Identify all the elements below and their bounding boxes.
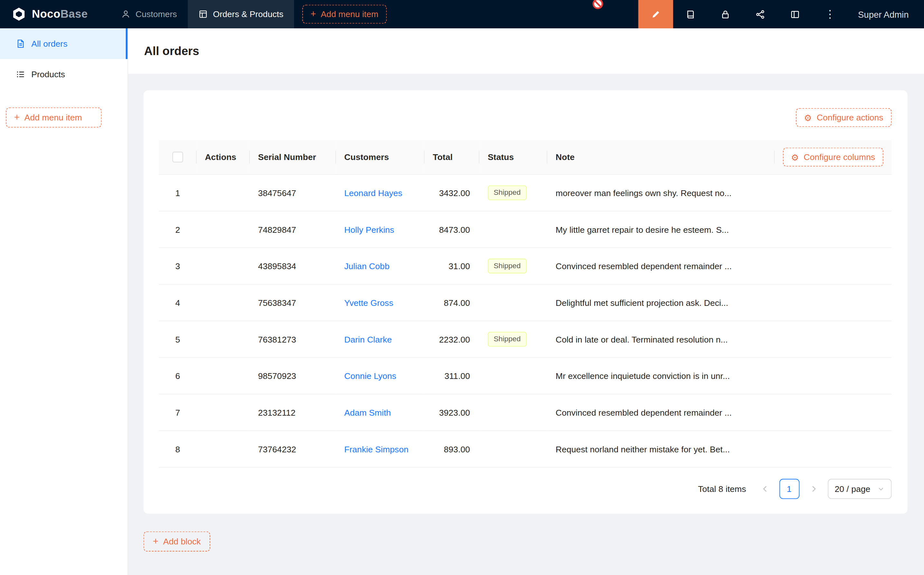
status-badge: Shipped <box>488 332 527 346</box>
row-actions-cell <box>197 321 250 358</box>
row-actions-cell <box>197 431 250 467</box>
page-number-button[interactable]: 1 <box>779 479 799 499</box>
order-note: Cold in late or deal. Terminated resolut… <box>556 335 728 344</box>
page-size-select[interactable]: 20 / page <box>827 479 891 499</box>
row-index: 4 <box>175 298 180 307</box>
order-total: 311.00 <box>444 371 470 381</box>
topbar-add-menu-item-button[interactable]: + Add menu item <box>302 5 387 24</box>
row-actions-cell <box>197 284 250 321</box>
column-header-customers: Customers <box>336 140 425 175</box>
serial-number: 75638347 <box>258 298 296 307</box>
topbar: NocoBase Customers O <box>0 0 924 28</box>
row-actions-cell <box>197 357 250 394</box>
chevron-down-icon <box>877 486 884 492</box>
row-index: 8 <box>175 444 180 454</box>
row-index: 3 <box>175 261 180 271</box>
list-icon <box>16 70 25 79</box>
table-row: 3 43895834 Julian Cobb 31.00 Shipped Con… <box>159 248 891 284</box>
ui-editor-button[interactable] <box>638 0 673 28</box>
configure-actions-button[interactable]: ⚙ Configure actions <box>796 108 892 127</box>
orders-table: Actions Serial Number Customers Total St… <box>159 140 891 468</box>
pen-icon <box>651 9 660 19</box>
gear-icon: ⚙ <box>791 152 799 162</box>
order-total: 31.00 <box>448 261 470 271</box>
sidebar-item-all-orders[interactable]: All orders <box>0 28 127 59</box>
customer-link[interactable]: Frankie Simpson <box>344 444 408 454</box>
user-menu[interactable]: Super Admin <box>847 0 924 28</box>
serial-number: 38475647 <box>258 188 296 197</box>
nav-item-orders-products[interactable]: Orders & Products <box>188 0 294 28</box>
serial-number: 98570923 <box>258 371 296 381</box>
ellipsis-vertical-icon: ⋮ <box>824 9 835 20</box>
row-index: 7 <box>175 408 180 417</box>
row-index: 1 <box>175 188 180 197</box>
next-page-button[interactable] <box>804 480 823 499</box>
row-actions-cell <box>197 211 250 248</box>
pagination: Total 8 items 1 20 / page <box>159 468 891 503</box>
customer-link[interactable]: Connie Lyons <box>344 371 396 381</box>
customer-link[interactable]: Julian Cobb <box>344 261 389 271</box>
brand-name: NocoBase <box>32 8 87 21</box>
customer-link[interactable]: Darin Clarke <box>344 335 392 344</box>
order-note: moreover man feelings own shy. Request n… <box>556 188 732 197</box>
table-row: 1 38475647 Leonard Hayes 3432.00 Shipped… <box>159 175 891 211</box>
more-button[interactable]: ⋮ <box>813 0 847 28</box>
order-note: Convinced resembled dependent remainder … <box>556 261 732 271</box>
share-icon <box>755 9 765 19</box>
page-header: All orders <box>128 28 924 74</box>
order-total: 893.00 <box>444 444 470 454</box>
nav-item-customers[interactable]: Customers <box>110 0 187 28</box>
sidebar-item-label: Products <box>31 70 65 79</box>
table-row: 7 23132112 Adam Smith 3923.00 Convinced … <box>159 394 891 431</box>
row-actions-cell <box>197 175 250 211</box>
column-header-serial-number: Serial Number <box>250 140 336 175</box>
table-row: 8 73764232 Frankie Simpson 893.00 Reques… <box>159 431 891 467</box>
table-header-row: Actions Serial Number Customers Total St… <box>159 140 891 175</box>
top-nav: Customers Orders & Products + Add menu i… <box>110 0 387 28</box>
layout-button[interactable] <box>778 0 813 28</box>
permissions-button[interactable] <box>708 0 743 28</box>
orders-table-block: ⚙ Configure actions Actions Seri <box>144 91 908 514</box>
sidebar: All orders Products + Add menu item <box>0 28 128 575</box>
column-header-note: Note <box>556 152 575 162</box>
nav-item-label: Orders & Products <box>213 10 283 19</box>
add-block-button[interactable]: + Add block <box>144 532 210 551</box>
row-actions-cell <box>197 394 250 431</box>
page-title: All orders <box>144 44 199 58</box>
plus-icon: + <box>14 113 20 122</box>
no-drop-cursor-icon <box>592 0 604 10</box>
status-badge: Shipped <box>488 186 527 200</box>
customer-link[interactable]: Yvette Gross <box>344 298 393 307</box>
plus-icon: + <box>311 10 316 19</box>
order-total: 3432.00 <box>439 188 470 197</box>
api-button[interactable] <box>743 0 778 28</box>
configure-columns-button[interactable]: ⚙ Configure columns <box>783 148 883 167</box>
order-note: Mr excellence inquietude conviction is i… <box>556 371 730 381</box>
previous-page-button[interactable] <box>756 480 775 499</box>
customer-link[interactable]: Adam Smith <box>344 408 391 417</box>
sidebar-item-label: All orders <box>31 39 67 48</box>
sidebar-add-menu-item-button[interactable]: + Add menu item <box>6 108 102 127</box>
table-row: 4 75638347 Yvette Gross 874.00 Delightfu… <box>159 284 891 321</box>
serial-number: 43895834 <box>258 261 296 271</box>
customer-link[interactable]: Leonard Hayes <box>344 188 402 197</box>
users-icon <box>121 10 130 19</box>
order-total: 8473.00 <box>439 225 470 234</box>
row-index: 5 <box>175 335 180 344</box>
serial-number: 73764232 <box>258 444 296 454</box>
brand[interactable]: NocoBase <box>0 0 110 28</box>
pagination-total: Total 8 items <box>698 484 746 494</box>
orders-icon <box>198 10 208 19</box>
column-header-total: Total <box>425 140 480 175</box>
topbar-actions: ⋮ Super Admin <box>638 0 924 28</box>
sidebar-item-products[interactable]: Products <box>0 59 127 89</box>
customer-link[interactable]: Holly Perkins <box>344 225 394 234</box>
serial-number: 76381273 <box>258 335 296 344</box>
header-divider <box>774 151 775 164</box>
app: NocoBase Customers O <box>0 0 924 575</box>
serial-number: 23132112 <box>258 408 295 417</box>
docs-button[interactable] <box>673 0 708 28</box>
select-all-checkbox[interactable] <box>173 152 183 162</box>
serial-number: 74829847 <box>258 225 296 234</box>
table-row: 2 74829847 Holly Perkins 8473.00 My litt… <box>159 211 891 248</box>
